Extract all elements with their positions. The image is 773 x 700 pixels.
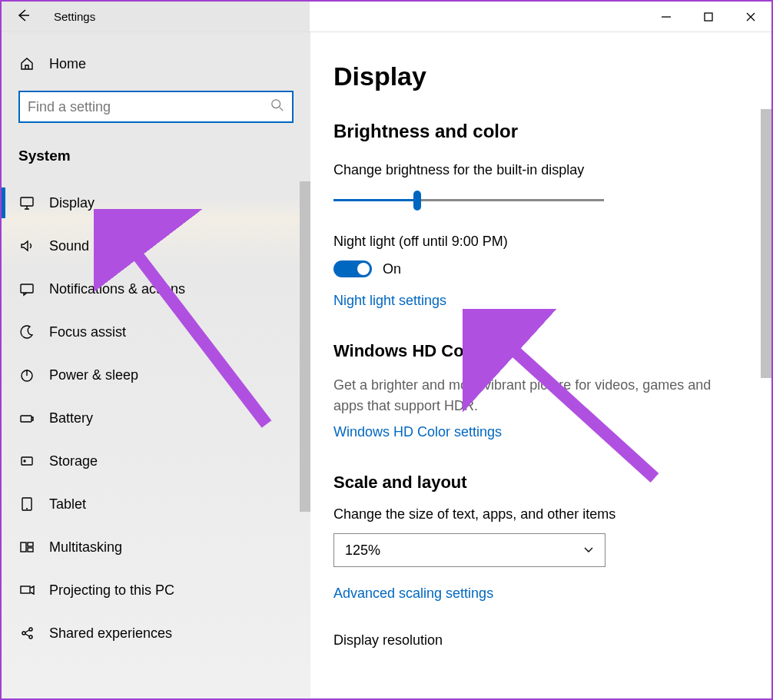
chevron-down-icon (583, 542, 594, 559)
main-content: Display Brightness and color Change brig… (310, 32, 771, 698)
sidebar-item-label: Notifications & actions (49, 281, 185, 297)
hdcolor-link[interactable]: Windows HD Color settings (333, 424, 502, 440)
close-button[interactable] (729, 2, 771, 32)
search-icon (270, 98, 284, 115)
sidebar-item-tablet[interactable]: Tablet (2, 483, 310, 526)
share-icon (18, 625, 35, 642)
sidebar-item-label: Battery (49, 410, 93, 426)
storage-icon (18, 453, 35, 469)
svg-point-13 (22, 632, 25, 635)
sidebar: Home System ▲ DisplaySoundNotifications … (2, 32, 310, 698)
sidebar-scrollbar[interactable] (300, 181, 310, 512)
nightlight-settings-link[interactable]: Night light settings (333, 293, 446, 309)
nightlight-state: On (383, 261, 401, 277)
multitask-icon (18, 539, 35, 556)
sidebar-item-display[interactable]: Display (2, 181, 310, 224)
nightlight-toggle[interactable] (333, 260, 372, 277)
svg-point-7 (24, 460, 25, 462)
scale-label: Change the size of text, apps, and other… (333, 506, 733, 523)
power-icon (18, 367, 35, 383)
svg-point-15 (29, 635, 32, 639)
svg-point-1 (272, 100, 280, 108)
scale-title: Scale and layout (333, 473, 733, 493)
scale-select[interactable]: 125% (333, 533, 605, 567)
project-icon (18, 582, 35, 599)
section-brightness-title: Brightness and color (333, 121, 733, 142)
main-scrollbar[interactable] (761, 109, 771, 378)
battery-icon (18, 410, 35, 426)
sidebar-item-label: Focus assist (49, 324, 126, 340)
sidebar-item-storage[interactable]: Storage (2, 440, 310, 483)
svg-rect-9 (21, 542, 26, 552)
hdcolor-title: Windows HD Color (333, 341, 733, 361)
svg-rect-12 (21, 586, 30, 593)
home-label: Home (49, 56, 86, 72)
brightness-slider[interactable] (333, 189, 604, 212)
sidebar-item-label: Power & sleep (49, 367, 138, 383)
resolution-label: Display resolution (333, 632, 733, 649)
svg-rect-6 (22, 457, 32, 465)
sidebar-item-label: Multitasking (49, 539, 122, 556)
scale-value: 125% (345, 542, 380, 559)
back-button[interactable] (15, 8, 31, 26)
search-input[interactable] (18, 91, 294, 123)
svg-rect-10 (28, 542, 33, 546)
sidebar-item-sound[interactable]: Sound (2, 224, 310, 267)
moon-icon (18, 323, 35, 340)
nav-list: ▲ DisplaySoundNotifications & actionsFoc… (2, 181, 310, 698)
window-title: Settings (54, 10, 95, 23)
sidebar-item-battery[interactable]: Battery (2, 396, 310, 440)
minimize-button[interactable] (645, 2, 687, 32)
sidebar-item-projecting[interactable]: Projecting to this PC (2, 569, 310, 612)
sidebar-item-focus[interactable]: Focus assist (2, 310, 310, 353)
svg-rect-5 (21, 416, 32, 422)
maximize-button[interactable] (687, 2, 729, 32)
sidebar-item-notifications[interactable]: Notifications & actions (2, 267, 310, 310)
svg-rect-3 (21, 284, 33, 293)
advanced-scaling-link[interactable]: Advanced scaling settings (333, 586, 493, 602)
title-bar: Settings (2, 2, 771, 32)
speaker-icon (18, 237, 35, 254)
monitor-icon (18, 194, 35, 211)
sidebar-item-power[interactable]: Power & sleep (2, 353, 310, 396)
sidebar-item-label: Projecting to this PC (49, 582, 174, 599)
svg-point-14 (29, 628, 32, 631)
home-icon (18, 55, 35, 72)
sidebar-item-shared[interactable]: Shared experiences (2, 612, 310, 655)
sidebar-item-multitasking[interactable]: Multitasking (2, 526, 310, 569)
page-title: Display (333, 61, 733, 91)
nightlight-label: Night light (off until 9:00 PM) (333, 234, 733, 250)
sidebar-item-label: Sound (49, 238, 89, 254)
sidebar-item-label: Shared experiences (49, 625, 172, 642)
svg-rect-11 (28, 548, 33, 552)
svg-rect-0 (705, 13, 712, 21)
message-icon (18, 280, 35, 297)
sidebar-item-label: Storage (49, 453, 98, 469)
brightness-label: Change brightness for the built-in displ… (333, 162, 733, 178)
home-button[interactable]: Home (2, 32, 310, 91)
svg-rect-2 (21, 197, 33, 206)
sidebar-item-label: Display (49, 195, 95, 211)
nav-heading: System (2, 140, 310, 181)
tablet-icon (18, 496, 35, 513)
hdcolor-desc: Get a brighter and more vibrant picture … (333, 375, 733, 416)
sidebar-item-label: Tablet (49, 496, 86, 513)
